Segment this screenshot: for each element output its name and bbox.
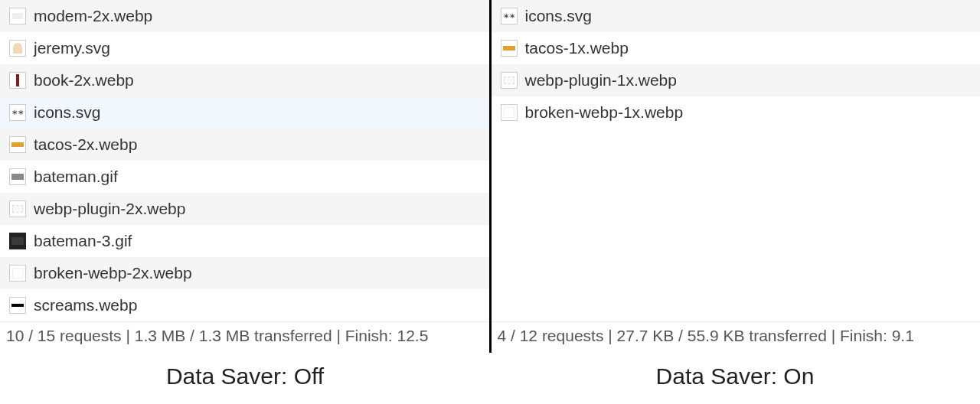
network-request-row[interactable]: broken-webp-2x.webp [0,257,489,289]
caption-right: Data Saver: On [490,353,980,397]
file-name-label: broken-webp-1x.webp [525,103,684,122]
status-bar-right: 4 / 12 requests | 27.7 KB / 55.9 KB tran… [492,321,981,353]
caption-left: Data Saver: Off [0,353,490,397]
file-name-label: modem-2x.webp [34,7,152,25]
file-thumbnail-icon [9,265,26,282]
file-name-label: book-2x.webp [34,71,134,90]
network-request-row[interactable]: webp-plugin-1x.webp [492,64,981,96]
file-name-label: bateman.gif [34,168,118,186]
file-name-label: jeremy.svg [34,39,110,57]
network-request-row[interactable]: ∗∗icons.svg [0,96,489,129]
file-name-label: webp-plugin-2x.webp [34,200,185,218]
file-name-label: icons.svg [34,103,101,122]
file-name-label: icons.svg [525,7,593,25]
file-name-label: bateman-3.gif [34,232,132,250]
network-request-row[interactable]: screams.webp [0,289,489,321]
file-thumbnail-icon [501,104,518,121]
file-thumbnail-icon: ∗∗ [9,104,26,121]
network-request-row[interactable]: broken-webp-1x.webp [492,96,981,129]
file-thumbnail-icon [9,136,26,153]
panel-data-saver-off: modem-2x.webpjeremy.svgbook-2x.webp∗∗ico… [0,0,492,353]
file-thumbnail-icon [9,8,26,24]
caption-row: Data Saver: Off Data Saver: On [0,353,980,397]
file-name-label: tacos-1x.webp [525,39,629,57]
network-request-row[interactable]: tacos-1x.webp [492,32,981,64]
file-name-label: tacos-2x.webp [34,135,137,154]
file-thumbnail-icon [9,297,26,314]
file-thumbnail-icon [9,233,26,249]
network-request-row[interactable]: ∗∗icons.svg [492,0,981,32]
file-thumbnail-icon [501,72,518,89]
status-bar-left: 10 / 15 requests | 1.3 MB / 1.3 MB trans… [0,321,489,353]
network-request-row[interactable]: webp-plugin-2x.webp [0,193,489,225]
network-request-row[interactable]: jeremy.svg [0,32,489,64]
file-name-label: webp-plugin-1x.webp [525,71,677,90]
network-request-row[interactable]: tacos-2x.webp [0,129,489,161]
file-name-label: broken-webp-2x.webp [34,264,192,282]
file-thumbnail-icon [9,168,26,185]
file-name-label: screams.webp [34,296,137,314]
file-thumbnail-icon: ∗∗ [501,8,518,24]
file-thumbnail-icon [501,40,518,57]
panel-data-saver-on: ∗∗icons.svgtacos-1x.webpwebp-plugin-1x.w… [492,0,981,353]
network-request-row[interactable]: modem-2x.webp [0,0,489,32]
comparison-container: modem-2x.webpjeremy.svgbook-2x.webp∗∗ico… [0,0,980,353]
network-request-row[interactable]: bateman-3.gif [0,225,489,257]
network-request-row[interactable]: book-2x.webp [0,64,489,96]
network-request-list-right[interactable]: ∗∗icons.svgtacos-1x.webpwebp-plugin-1x.w… [492,0,981,321]
file-thumbnail-icon [9,72,26,89]
file-thumbnail-icon [9,200,26,217]
file-thumbnail-icon [9,40,26,57]
network-request-row[interactable]: bateman.gif [0,161,489,193]
network-request-list-left[interactable]: modem-2x.webpjeremy.svgbook-2x.webp∗∗ico… [0,0,489,321]
